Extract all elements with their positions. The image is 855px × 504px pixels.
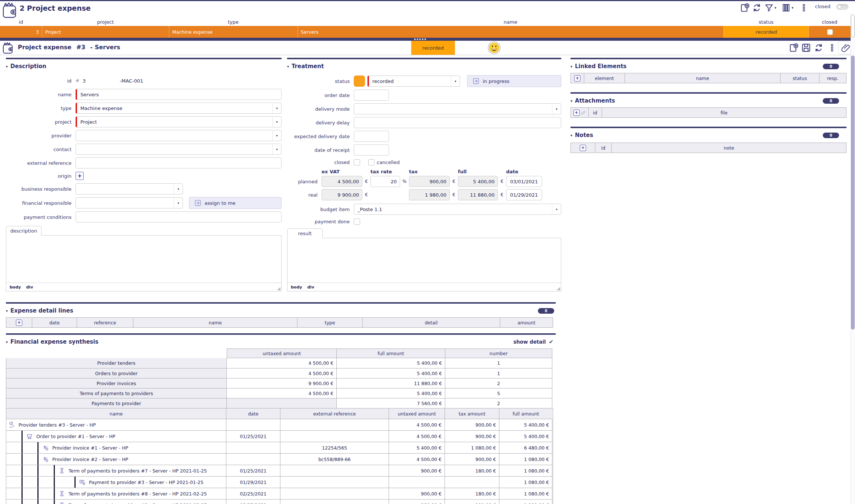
list-scrollbar-thumb[interactable] [851, 15, 855, 38]
col-resp[interactable]: resp. [819, 73, 846, 83]
list-col-closed[interactable]: closed [809, 18, 851, 26]
notes-collapse-icon[interactable]: ▾ [570, 133, 572, 137]
payment-conditions-input[interactable] [76, 211, 282, 223]
expense-add-button[interactable]: + [16, 320, 22, 326]
row-closed-checkbox[interactable] [827, 29, 833, 35]
col-name[interactable]: name [6, 408, 226, 419]
attachments-collapse-icon[interactable]: ▾ [570, 99, 572, 103]
tree-row[interactable]: $ Provider invoice #2 - Server - HP bc55… [6, 453, 553, 465]
description-collapse-icon[interactable]: ▾ [6, 64, 8, 69]
col-type[interactable]: type [297, 318, 363, 327]
tree-row[interactable]: Term of payments to providers #9 - Serve… [6, 499, 553, 504]
attachments-add-button[interactable]: + [573, 110, 580, 116]
closed-checkbox[interactable] [354, 159, 360, 166]
link-icon[interactable] [580, 110, 586, 116]
col-element[interactable]: element [584, 73, 625, 83]
filter-caret-icon[interactable]: ▾ [775, 6, 776, 10]
delivery-mode-caret-icon[interactable]: ▾ [552, 104, 561, 114]
in-progress-button[interactable]: in progress [467, 75, 561, 87]
payment-done-checkbox[interactable] [354, 218, 360, 225]
date-of-receipt-input[interactable] [354, 144, 389, 156]
real-date-input[interactable]: 01/29/2021 [506, 189, 542, 200]
columns-button[interactable]: ▾ [782, 3, 794, 13]
save-button[interactable] [801, 43, 811, 53]
col-date[interactable]: date [32, 318, 77, 327]
col-untaxed-amount[interactable]: untaxed amount [389, 408, 445, 419]
col-reference[interactable]: reference [77, 318, 133, 327]
col-note[interactable]: note [612, 143, 846, 153]
tree-row[interactable]: Payment to provider #3 - Server - HP 202… [6, 476, 553, 488]
provider-caret-icon[interactable]: ▾ [272, 130, 281, 141]
list-col-project[interactable]: project [42, 18, 169, 26]
contact-caret-icon[interactable]: ▾ [272, 144, 281, 154]
col-id[interactable]: id [595, 143, 612, 153]
result-editor[interactable]: body div [287, 238, 561, 291]
list-col-status[interactable]: status [723, 18, 809, 26]
breadcrumb-body[interactable]: body [291, 285, 302, 290]
col-detail[interactable]: detail [363, 318, 500, 327]
budget-item-caret-icon[interactable]: ▾ [552, 204, 561, 214]
project-select[interactable]: Project ▾ [76, 116, 282, 127]
col-status[interactable]: status [781, 73, 819, 83]
col-full-amount[interactable]: full amount [499, 408, 552, 419]
tree-row[interactable]: $ Provider invoice #1 - Server - HP 1225… [6, 442, 553, 453]
col-amount[interactable]: amount [500, 318, 553, 327]
list-row[interactable]: 3 Project Machine expense Servers record… [0, 26, 851, 38]
provider-select[interactable]: ▾ [76, 130, 282, 141]
origin-add-button[interactable]: + [76, 172, 84, 180]
splitter-bar[interactable] [0, 38, 855, 41]
result-tab[interactable]: result [287, 228, 323, 238]
col-id[interactable]: id [589, 108, 602, 117]
order-date-input[interactable] [354, 90, 389, 101]
splitter-handle-icon[interactable] [414, 39, 426, 40]
description-tab[interactable]: description [6, 226, 41, 236]
name-input[interactable]: Servers [76, 89, 282, 100]
project-caret-icon[interactable]: ▾ [272, 117, 281, 127]
tree-row[interactable]: Order to provider #1 - Server - HP 01/25… [6, 430, 553, 442]
col-file[interactable]: file [602, 108, 846, 117]
cancelled-checkbox[interactable] [368, 159, 375, 166]
type-select[interactable]: Machine expense ▾ [76, 103, 282, 114]
status-select[interactable]: recorded ▾ [367, 76, 460, 87]
business-responsible-select[interactable]: ▾ [76, 183, 183, 194]
refresh-button[interactable] [752, 3, 762, 13]
page-scrollbar-thumb[interactable] [851, 56, 855, 330]
business-responsible-caret-icon[interactable]: ▾ [174, 184, 183, 194]
col-name[interactable]: name [133, 318, 297, 327]
tree-row[interactable]: Provider tenders #3 - Server - HP 4 500,… [6, 419, 553, 430]
filter-button[interactable]: ▾ [765, 3, 776, 13]
planned-date-input[interactable]: 03/01/2021 [506, 176, 542, 187]
list-col-type[interactable]: type [169, 18, 297, 26]
resize-handle-icon[interactable] [277, 287, 280, 290]
record-more-menu-button[interactable] [829, 43, 835, 53]
notes-add-button[interactable]: + [580, 145, 586, 151]
col-name[interactable]: name [625, 73, 781, 83]
list-col-id[interactable]: id [0, 18, 42, 26]
contact-select[interactable]: ▾ [76, 144, 282, 155]
columns-caret-icon[interactable]: ▾ [792, 6, 794, 10]
refresh-record-button[interactable] [814, 43, 824, 53]
description-editor[interactable]: body div [6, 235, 282, 291]
expected-delivery-date-input[interactable] [354, 131, 389, 142]
col-date[interactable]: date [226, 408, 280, 419]
tree-row[interactable]: Term of payments to providers #8 - Serve… [6, 488, 553, 499]
financial-responsible-select[interactable]: ▾ [76, 197, 183, 208]
breadcrumb-div[interactable]: div [307, 285, 314, 290]
assign-to-me-button[interactable]: assign to me [189, 197, 282, 209]
closed-filter-toggle[interactable] [836, 4, 848, 10]
financial-responsible-caret-icon[interactable]: ▾ [174, 198, 183, 208]
synthesis-collapse-icon[interactable]: ▾ [6, 340, 8, 344]
planned-tax-rate-input[interactable]: 20 [370, 176, 400, 187]
tree-row[interactable]: Term of payments to providers #7 - Serve… [6, 465, 553, 476]
add-record-button[interactable] [740, 3, 750, 13]
expense-lines-collapse-icon[interactable]: ▾ [6, 309, 8, 313]
list-col-name[interactable]: name [297, 18, 723, 26]
resize-handle-icon[interactable] [557, 287, 560, 290]
show-detail-checkbox[interactable]: ✔ [549, 338, 553, 345]
breadcrumb-body[interactable]: body [10, 285, 21, 290]
linked-elements-add-button[interactable]: + [574, 75, 580, 81]
budget-item-select[interactable]: _Poste 1.1 ▾ [354, 204, 561, 215]
type-caret-icon[interactable]: ▾ [272, 103, 281, 113]
breadcrumb-div[interactable]: div [26, 285, 33, 290]
new-record-button[interactable] [789, 43, 799, 53]
